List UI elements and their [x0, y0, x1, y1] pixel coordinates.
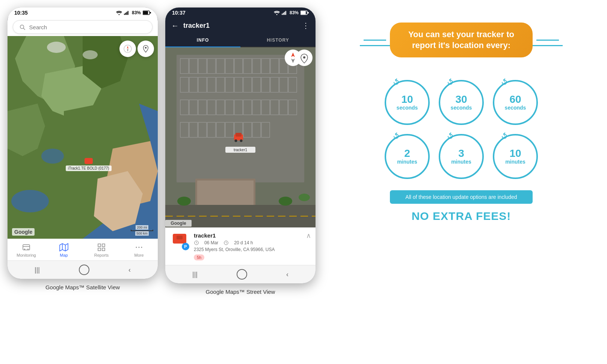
svg-point-31 — [139, 247, 140, 248]
tracker-details: tracker1 06 Mar 20 d 14 h 2325 Myers St,… — [194, 232, 310, 260]
svg-point-14 — [83, 50, 98, 59]
svg-rect-36 — [284, 12, 285, 15]
battery-text: 83% — [132, 10, 141, 15]
svg-text:tracker1: tracker1 — [234, 148, 248, 152]
map-icon — [59, 243, 68, 252]
caption1: Google Maps™ Satellite View — [45, 284, 120, 290]
search-input[interactable] — [29, 24, 146, 30]
circle-10min: ↺ 10 minutes — [493, 134, 538, 179]
circle-10sec-unit: seconds — [397, 105, 418, 111]
svg-rect-34 — [282, 14, 282, 15]
circle-3min: ↺ 3 minutes — [439, 134, 484, 179]
caption2: Google Maps™ Street View — [206, 289, 275, 295]
battery-text-2: 83% — [290, 10, 299, 15]
clock-icon — [194, 240, 199, 245]
svg-point-22 — [27, 249, 29, 250]
svg-point-32 — [141, 247, 142, 248]
tracker-info-card: P tracker1 06 Mar 20 d 14 h 2325 Myers S… — [165, 227, 316, 265]
no-fees-banner: All of these location update options are… — [390, 190, 533, 204]
location-icon — [142, 45, 150, 53]
gesture-recents-2: ‹ — [286, 271, 288, 278]
wifi-icon-2 — [274, 11, 280, 15]
google-brand-1: Google — [12, 228, 35, 236]
circle-3min-number: 3 — [458, 148, 464, 159]
compass-icon — [123, 44, 132, 53]
gesture-recents: ‹ — [128, 266, 131, 274]
gesture-home — [79, 265, 89, 275]
nav-monitoring[interactable]: Monitoring — [15, 243, 38, 257]
signal-icon-2 — [282, 11, 288, 15]
tracker-header: ← tracker1 ⋮ — [165, 17, 316, 34]
location-button[interactable] — [137, 41, 154, 57]
nav-more-label: More — [134, 253, 143, 257]
search-icon — [19, 24, 26, 30]
svg-rect-29 — [102, 248, 105, 251]
tracker-badge: 5h — [194, 254, 204, 260]
tracker-title: tracker1 — [183, 22, 297, 30]
gesture-back-2: ||| — [192, 271, 198, 278]
svg-marker-16 — [127, 46, 128, 49]
svg-text:Google: Google — [171, 221, 186, 226]
circles-grid: ↺ 10 seconds ↺ 30 seconds ↺ 60 seconds — [385, 80, 538, 179]
circle-3min-unit: minutes — [451, 159, 471, 165]
svg-point-0 — [118, 14, 119, 15]
nav-more[interactable]: More — [128, 243, 150, 257]
svg-point-30 — [136, 247, 137, 248]
circle-30sec-number: 30 — [455, 94, 467, 105]
tracker-marker: iTrack1.TE BOLD (0177) — [66, 158, 112, 171]
back-button[interactable]: ← — [171, 21, 179, 30]
svg-rect-100 — [236, 133, 242, 137]
svg-point-97 — [279, 197, 292, 206]
more-button[interactable]: ⋮ — [302, 21, 310, 30]
phone2-time: 10:37 — [172, 10, 186, 16]
search-bar[interactable] — [13, 20, 153, 34]
svg-rect-28 — [98, 248, 101, 251]
svg-point-96 — [177, 197, 191, 206]
circle-2min-unit: minutes — [397, 159, 417, 165]
gesture-bar-2: ||| ‹ — [165, 265, 316, 283]
circle-10min-number: 10 — [509, 148, 521, 159]
nav-map[interactable]: Map — [53, 243, 75, 257]
tab-history[interactable]: HISTORY — [240, 34, 316, 47]
compass-button[interactable] — [119, 41, 136, 57]
phone1-mockup: 10:35 83% — [8, 8, 158, 279]
svg-point-12 — [11, 190, 49, 212]
satellite-map: iTrack1.TE BOLD (0177) Google 200 mi 500… — [8, 36, 158, 239]
circle-60sec: ↺ 60 seconds — [493, 80, 538, 125]
circle-30sec-unit: seconds — [451, 105, 472, 111]
parking-lot-svg: tracker1 — [165, 47, 316, 227]
phone2-screen: 10:37 83% — [165, 8, 316, 283]
gesture-home-2 — [237, 269, 247, 280]
svg-rect-26 — [98, 244, 101, 247]
circle-60sec-number: 60 — [509, 94, 521, 105]
circle-2min-number: 2 — [404, 148, 410, 159]
svg-point-21 — [24, 249, 25, 250]
wifi-icon — [116, 11, 122, 15]
scroll-indicator: ∧ — [306, 232, 311, 240]
battery-icon-2 — [300, 11, 309, 15]
svg-point-11 — [41, 149, 64, 164]
nav-map-label: Map — [60, 253, 68, 257]
street-map: tracker1 — [165, 47, 316, 227]
svg-rect-1 — [124, 14, 125, 15]
circle-60sec-unit: seconds — [505, 105, 526, 111]
svg-point-13 — [47, 42, 66, 53]
circle-10min-unit: minutes — [505, 159, 525, 165]
svg-point-101 — [235, 140, 237, 142]
tab-info[interactable]: INFO — [165, 34, 240, 47]
bottom-nav-1: Monitoring Map — [8, 239, 158, 260]
svg-rect-39 — [301, 11, 306, 14]
svg-rect-2 — [125, 13, 126, 15]
svg-point-18 — [145, 47, 147, 49]
no-fees-desc: All of these location update options are… — [405, 194, 517, 200]
phone1-screen: 10:35 83% — [8, 8, 158, 279]
more-icon — [134, 243, 143, 252]
main-container: 10:35 83% — [8, 8, 599, 295]
svg-point-98 — [299, 194, 310, 201]
tracker-meta: 06 Mar 20 d 14 h — [194, 240, 310, 245]
circle-10sec-number: 10 — [401, 94, 413, 105]
nav-reports[interactable]: Reports — [90, 243, 113, 257]
phone2-mockup: 10:37 83% — [165, 8, 316, 283]
phone1-status-icons: 83% — [116, 10, 151, 15]
tracker-tabs: INFO HISTORY — [165, 34, 316, 47]
